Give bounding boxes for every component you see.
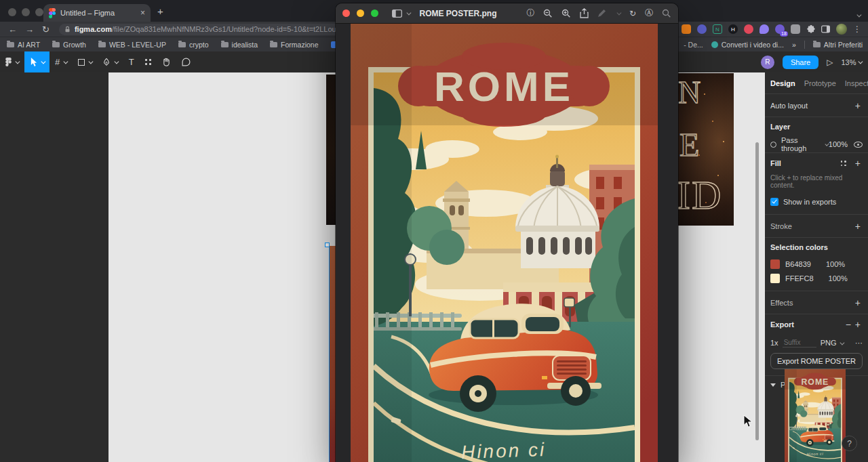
- fill-section-label: Fill: [770, 159, 781, 167]
- n-extension-icon[interactable]: N: [713, 24, 722, 34]
- bookmark-item[interactable]: WEB - LEVEL-UP: [98, 41, 166, 49]
- reload-icon[interactable]: ↻: [42, 24, 50, 35]
- effects-add-icon[interactable]: +: [853, 297, 863, 308]
- selection-handle[interactable]: [325, 243, 330, 247]
- maximize-button[interactable]: [371, 9, 378, 17]
- preview-window[interactable]: ROME POSTER.png ⓘ ↻ Ⓐ: [336, 3, 678, 462]
- h-extension-icon[interactable]: H: [728, 24, 738, 34]
- inspector-tabs: Design Prototype Inspect: [765, 72, 868, 93]
- window-close-button[interactable]: [8, 8, 16, 16]
- resources-tool[interactable]: [140, 51, 157, 72]
- tab-close-icon[interactable]: ×: [140, 8, 145, 18]
- export-add-icon[interactable]: +: [853, 319, 863, 330]
- bookmark-item[interactable]: Formazione: [270, 41, 318, 49]
- hand-tool[interactable]: [157, 51, 176, 72]
- folder-icon: [52, 42, 60, 47]
- info-icon[interactable]: ⓘ: [526, 7, 534, 19]
- rotate-icon[interactable]: ↻: [629, 9, 636, 18]
- search-icon[interactable]: [662, 9, 671, 18]
- share-icon[interactable]: [580, 8, 589, 18]
- fear-poster-canvas-object[interactable]: N E ID: [677, 73, 734, 226]
- pen-tool[interactable]: [97, 51, 123, 72]
- shape-tool[interactable]: [73, 51, 98, 72]
- canvas-scrollbar[interactable]: [755, 142, 759, 440]
- export-remove-icon[interactable]: −: [844, 319, 853, 330]
- zoom-control[interactable]: 13%: [841, 58, 861, 66]
- sidebar-toggle[interactable]: [392, 9, 410, 18]
- browser-menu-icon[interactable]: ⋮: [853, 24, 861, 34]
- figma-main-menu[interactable]: [0, 51, 24, 72]
- tabstrip-chevron-icon[interactable]: [855, 7, 861, 19]
- rome-poster-canvas-edge[interactable]: [325, 243, 336, 462]
- selection-color-row[interactable]: B64839 100%: [770, 257, 863, 271]
- export-more-icon[interactable]: ⋯: [855, 339, 863, 348]
- zoom-in-icon[interactable]: [561, 9, 571, 18]
- color-swatch[interactable]: [770, 259, 780, 269]
- side-panel-icon[interactable]: [821, 25, 830, 33]
- export-preview-thumbnail: [785, 369, 846, 462]
- export-scale[interactable]: 1x: [770, 339, 778, 347]
- window-controls[interactable]: [8, 7, 49, 19]
- auto-layout-label: Auto layout: [770, 102, 808, 110]
- back-icon[interactable]: ←: [8, 24, 17, 35]
- markup-pencil-icon[interactable]: [597, 9, 606, 18]
- stroke-section-label: Stroke: [770, 222, 792, 230]
- minimize-button[interactable]: [357, 9, 364, 17]
- tab-prototype[interactable]: Prototype: [804, 79, 836, 87]
- close-button[interactable]: [342, 9, 350, 17]
- export-suffix-input[interactable]: [783, 338, 816, 348]
- text-tool[interactable]: T: [123, 51, 140, 72]
- browser-tab[interactable]: Untitled – Figma ×: [43, 4, 151, 22]
- other-favorites[interactable]: Altri Preferiti: [813, 41, 863, 49]
- window-zoom-button[interactable]: [35, 8, 43, 16]
- blend-mode-value[interactable]: Pass through: [781, 136, 823, 152]
- bookmarks-right: - De... Converti i video di... » Altri P…: [684, 37, 863, 52]
- export-rome-poster-button[interactable]: Export ROME POSTER: [770, 353, 863, 369]
- comment-tool[interactable]: [176, 51, 196, 72]
- window-minimize-button[interactable]: [22, 8, 30, 16]
- bookmark-item-converter[interactable]: Converti i video di...: [711, 41, 784, 49]
- auto-layout-add-icon[interactable]: +: [853, 100, 863, 111]
- messenger-extension-icon[interactable]: 18: [775, 24, 785, 34]
- markup-chevron-icon[interactable]: [617, 11, 621, 15]
- help-button[interactable]: ?: [842, 436, 857, 451]
- visibility-eye-icon[interactable]: [854, 142, 863, 148]
- extensions-puzzle-icon[interactable]: [806, 25, 815, 34]
- forward-icon[interactable]: →: [25, 24, 34, 35]
- tab-inspect[interactable]: Inspect: [845, 79, 868, 87]
- bookmark-item[interactable]: Growth: [52, 41, 86, 49]
- move-tool[interactable]: [24, 51, 50, 72]
- color-swatch[interactable]: [770, 274, 780, 283]
- bookmark-item-cut[interactable]: - De...: [684, 41, 703, 49]
- frame-tool[interactable]: #: [50, 51, 73, 72]
- cloud-extension-icon[interactable]: [760, 24, 769, 34]
- bookmarks-overflow-icon[interactable]: »: [792, 41, 796, 49]
- shield-extension-icon[interactable]: [697, 24, 707, 34]
- color-opacity: 100%: [826, 260, 845, 268]
- share-button[interactable]: Share: [783, 56, 818, 69]
- zoom-out-icon[interactable]: [543, 9, 553, 18]
- box-extension-icon[interactable]: [791, 24, 800, 34]
- export-format[interactable]: PNG: [821, 339, 837, 347]
- tab-design[interactable]: Design: [770, 79, 795, 87]
- present-play-icon[interactable]: ▷: [827, 58, 833, 67]
- bookmark-item[interactable]: AI ART: [7, 41, 40, 49]
- new-tab-button[interactable]: +: [157, 5, 163, 17]
- key-extension-icon[interactable]: [744, 24, 753, 34]
- annotate-icon[interactable]: Ⓐ: [645, 7, 653, 19]
- metamask-extension-icon[interactable]: [682, 24, 691, 34]
- fill-add-icon[interactable]: +: [853, 158, 863, 169]
- bookmark-item[interactable]: idealista: [221, 41, 258, 49]
- rome-poster-image: Hinon ci ROME: [351, 24, 658, 462]
- user-avatar[interactable]: R: [761, 56, 774, 69]
- profile-avatar[interactable]: [836, 24, 847, 35]
- bookmark-item[interactable]: crypto: [178, 41, 209, 49]
- preview-titlebar[interactable]: ROME POSTER.png ⓘ ↻ Ⓐ: [336, 3, 678, 24]
- figma-logo-icon: [5, 58, 12, 66]
- show-in-exports-checkbox[interactable]: [770, 198, 778, 206]
- preview-disclosure-icon[interactable]: [770, 383, 776, 387]
- styles-icon[interactable]: [841, 161, 846, 166]
- layer-opacity-value[interactable]: 100%: [829, 140, 848, 148]
- stroke-add-icon[interactable]: +: [853, 221, 863, 232]
- selection-color-row[interactable]: FFEFC8 100%: [770, 271, 863, 285]
